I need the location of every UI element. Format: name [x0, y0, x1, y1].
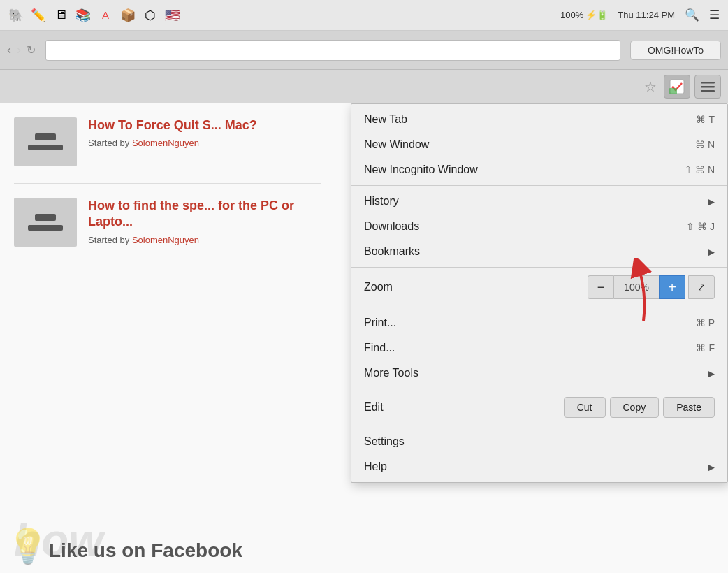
checkbox-icon	[669, 79, 685, 94]
menubar: 🐘 ✏️ 🖥 📚 A 📦 ⬡ 🇺🇸 100% ⚡🔋 Thu 11:24 PM 🔍…	[0, 0, 728, 31]
bookmark-star-btn[interactable]: ☆	[641, 75, 660, 98]
zoom-label: Zoom	[364, 281, 393, 293]
menu-btn[interactable]	[694, 75, 721, 99]
menu-section-nav: History ▶ Downloads ⇧⌘J Bookmarks ▶	[351, 186, 727, 268]
thumb-graphic	[35, 133, 56, 140]
paste-button[interactable]: Paste	[663, 397, 715, 418]
battery-icon: ⚡🔋	[585, 10, 608, 20]
article-list: How To Force Quit S... Mac? Started by S…	[0, 103, 335, 277]
menu-section-new: New Tab ⌘T New Window ⌘N New Incognito W…	[351, 104, 727, 186]
menu-item-settings[interactable]: Settings	[351, 429, 727, 454]
menu-item-more-tools[interactable]: More Tools ▶	[351, 361, 727, 386]
svg-rect-4	[701, 90, 715, 92]
menu-item-help[interactable]: Help ▶	[351, 454, 727, 479]
edit-row: Edit Cut Copy Paste	[351, 392, 727, 423]
extensions-btn[interactable]	[664, 75, 690, 99]
battery-percent: 100%	[560, 10, 583, 20]
browser-chrome: ‹ › ↻ OMG!HowTo	[0, 31, 728, 70]
article-byline-1: Started by SolomenNguyen	[88, 138, 257, 148]
zoom-minus-btn[interactable]: −	[588, 275, 614, 299]
menu-item-new-window[interactable]: New Window ⌘N	[351, 132, 727, 157]
like-facebook-text: Like us on Facebook	[49, 539, 242, 562]
article-thumb-1	[14, 117, 77, 166]
menu-item-find[interactable]: Find... ⌘F	[351, 335, 727, 361]
forward-btn[interactable]: ›	[17, 43, 21, 57]
books-icon[interactable]: 📚	[75, 8, 91, 23]
menubar-right: 100% ⚡🔋 Thu 11:24 PM 🔍 ☰	[560, 8, 720, 22]
zoom-value-display: 100%	[614, 275, 659, 299]
hamburger-icon	[701, 80, 715, 94]
svg-rect-3	[701, 86, 715, 88]
divider-1	[14, 183, 321, 184]
svg-rect-1	[669, 88, 677, 94]
thumb-graphic-2	[28, 145, 63, 150]
article-item-1: How To Force Quit S... Mac? Started by S…	[14, 117, 321, 166]
search-icon[interactable]: 🔍	[685, 8, 699, 22]
monitor-icon[interactable]: 🖥	[53, 8, 68, 23]
article-text-1: How To Force Quit S... Mac? Started by S…	[88, 117, 257, 148]
chrome-context-menu: New Tab ⌘T New Window ⌘N New Incognito W…	[351, 103, 728, 483]
thumb-graphic-4	[28, 225, 63, 231]
browser-toolbar: ☆	[0, 70, 728, 103]
datetime-display: Thu 11:24 PM	[618, 10, 675, 20]
dropbox-icon[interactable]: 📦	[120, 8, 136, 23]
article-author-2[interactable]: SolomenNguyen	[132, 235, 199, 245]
battery-display: 100% ⚡🔋	[560, 10, 608, 20]
menu-section-zoom: Zoom − 100% + ⤢	[351, 268, 727, 307]
article-title-2[interactable]: How to find the spe... for the PC or Lap…	[88, 198, 294, 229]
reload-btn[interactable]: ↻	[27, 43, 36, 57]
list-icon[interactable]: ☰	[709, 8, 720, 22]
copy-button[interactable]: Copy	[610, 397, 660, 418]
menu-section-tools: Print... ⌘P Find... ⌘F More Tools ▶	[351, 307, 727, 389]
zoom-plus-btn[interactable]: +	[659, 275, 685, 299]
menu-section-settings: Settings Help ▶	[351, 426, 727, 482]
article-title-1[interactable]: How To Force Quit S... Mac?	[88, 118, 257, 132]
cut-button[interactable]: Cut	[564, 397, 606, 418]
menu-item-bookmarks[interactable]: Bookmarks ▶	[351, 239, 727, 264]
article-author-1[interactable]: SolomenNguyen	[132, 138, 199, 148]
edit-buttons: Cut Copy Paste	[564, 397, 715, 418]
menubar-left: 🐘 ✏️ 🖥 📚 A 📦 ⬡ 🇺🇸	[8, 8, 180, 23]
article-thumb-2	[14, 198, 77, 247]
menu-item-incognito[interactable]: New Incognito Window ⇧⌘N	[351, 157, 727, 182]
article-byline-2: Started by SolomenNguyen	[88, 235, 321, 245]
menu-item-history[interactable]: History ▶	[351, 189, 727, 214]
edit-label: Edit	[364, 401, 384, 414]
zoom-expand-btn[interactable]: ⤢	[688, 275, 715, 299]
back-btn[interactable]: ‹	[7, 43, 11, 57]
pencil-icon[interactable]: ✏️	[31, 8, 46, 23]
menu-item-print[interactable]: Print... ⌘P	[351, 310, 727, 335]
hex-icon[interactable]: ⬡	[143, 8, 158, 23]
zoom-controls: − 100% + ⤢	[588, 275, 715, 299]
flag-icon[interactable]: 🇺🇸	[165, 8, 180, 23]
article-text-2: How to find the spe... for the PC or Lap…	[88, 198, 321, 245]
menu-item-new-tab[interactable]: New Tab ⌘T	[351, 107, 727, 132]
menu-section-edit: Edit Cut Copy Paste	[351, 389, 727, 426]
omg-search-box[interactable]: OMG!HowTo	[630, 41, 721, 60]
menu-item-downloads[interactable]: Downloads ⇧⌘J	[351, 214, 727, 239]
svg-rect-2	[701, 82, 715, 84]
evernote-icon[interactable]: 🐘	[8, 8, 24, 23]
page-content: How To Force Quit S... Mac? Started by S…	[0, 103, 728, 573]
thumb-graphic-3	[35, 214, 56, 221]
article-item-2: How to find the spe... for the PC or Lap…	[14, 198, 321, 247]
lightbulb-icon: 💡	[7, 527, 49, 566]
zoom-row: Zoom − 100% + ⤢	[351, 270, 727, 304]
avast-icon[interactable]: A	[98, 8, 113, 23]
